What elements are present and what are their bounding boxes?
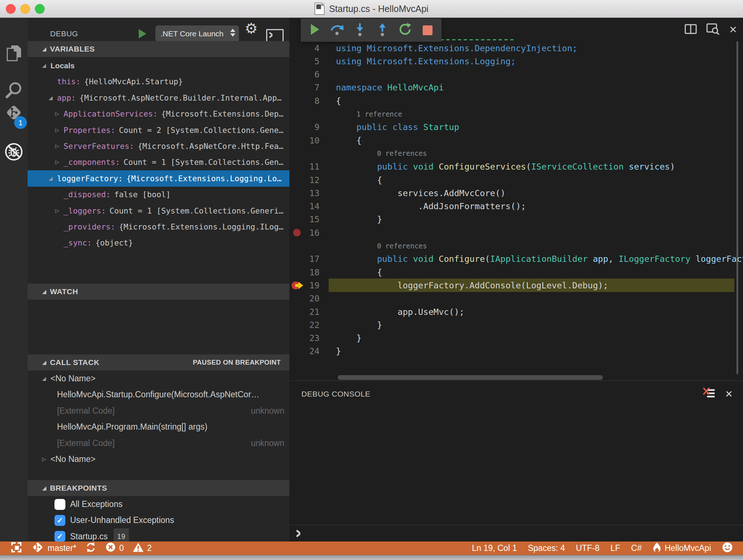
line-number[interactable]: 19 <box>306 280 320 291</box>
breakpoints-section-header[interactable]: ◢ BREAKPOINTS <box>28 480 289 496</box>
breakpoint-gutter[interactable] <box>289 41 306 55</box>
start-debug-button[interactable] <box>139 29 146 38</box>
code-line-9[interactable]: 9 public class Startup <box>289 121 743 134</box>
variable-row[interactable]: _providers:{Microsoft.Extensions.Logging… <box>28 219 290 235</box>
expanded-arrow-icon[interactable]: ◢ <box>42 57 50 74</box>
code-line-10[interactable]: 10 { <box>289 134 743 147</box>
line-number[interactable]: 10 <box>306 135 320 146</box>
variable-row[interactable]: ▷_components:Count = 1 [System.Collectio… <box>28 154 290 170</box>
call-stack-row[interactable]: [External Code]unknown0 <box>28 435 290 451</box>
line-number[interactable]: 15 <box>306 214 320 224</box>
variable-row[interactable]: ◢loggerFactory:{Microsoft.Extensions.Log… <box>28 170 290 187</box>
code-line-23[interactable]: 23 } <box>289 332 743 345</box>
breakpoint-checkbox[interactable]: ✓ <box>54 531 65 541</box>
breakpoint-gutter[interactable] <box>289 318 306 332</box>
call-stack-row[interactable]: HelloMvcApi.Startup.Configure(Microsoft.… <box>28 386 290 403</box>
variable-row[interactable]: this:{HelloMvcApi.Startup} <box>28 73 290 90</box>
line-number[interactable]: 21 <box>306 307 320 317</box>
code-line-7[interactable]: 7namespace HelloMvcApi <box>289 81 743 94</box>
code-line-4[interactable]: 4using Microsoft.Extensions.DependencyIn… <box>289 41 743 55</box>
activity-bar-item-explorer[interactable] <box>0 38 28 69</box>
code-line-6[interactable]: 6 <box>289 68 743 81</box>
line-number[interactable]: 18 <box>306 267 320 277</box>
activity-bar-item-debug-disabled[interactable] <box>0 137 28 168</box>
breakpoint-icon[interactable] <box>293 229 301 236</box>
breakpoint-gutter[interactable] <box>289 134 306 147</box>
line-number[interactable]: 13 <box>306 188 320 198</box>
collapsed-arrow-icon[interactable]: ▷ <box>55 138 64 154</box>
code-line-22[interactable]: 22 } <box>289 318 743 332</box>
status-warning[interactable]: 2 <box>133 542 152 555</box>
variable-row[interactable]: ◢app:{Microsoft.AspNetCore.Builder.Inter… <box>28 90 290 106</box>
code-line-16[interactable]: 16 <box>289 226 743 239</box>
call-stack-row[interactable]: ◢<No Name> <box>28 370 290 387</box>
code-line-12[interactable]: 12 { <box>289 173 743 187</box>
line-number[interactable]: 17 <box>306 254 320 264</box>
line-number[interactable]: 6 <box>306 69 320 80</box>
code-line-8[interactable]: 8{ <box>289 94 743 107</box>
breakpoint-gutter[interactable] <box>289 200 306 213</box>
collapsed-arrow-icon[interactable]: ▷ <box>55 154 64 170</box>
status-ln-19-col-1[interactable]: Ln 19, Col 1 <box>472 543 517 553</box>
call-stack-row[interactable]: HelloMvcApi.Program.Main(string[] args) <box>28 419 290 435</box>
line-number[interactable]: 9 <box>306 122 320 132</box>
status-sync[interactable] <box>85 541 97 555</box>
search-editor-button[interactable] <box>706 23 719 36</box>
restart-button[interactable] <box>397 22 413 38</box>
breakpoint-gutter[interactable] <box>289 305 306 318</box>
step-over-button[interactable] <box>329 22 345 38</box>
breakpoint-gutter[interactable] <box>289 121 306 134</box>
line-number[interactable]: 12 <box>306 175 320 185</box>
code-line-17[interactable]: 17 public void Configure(IApplicationBui… <box>289 252 743 266</box>
breakpoint-gutter[interactable] <box>289 252 306 266</box>
variables-section-header[interactable]: ◢ VARIABLES <box>28 41 289 57</box>
breakpoint-gutter[interactable] <box>289 345 306 358</box>
clear-console-button[interactable] <box>702 387 716 401</box>
variable-row[interactable]: _disposed:false [bool] <box>28 186 290 203</box>
status-spaces-4[interactable]: Spaces: 4 <box>528 543 565 553</box>
horizontal-scrollbar[interactable] <box>338 375 603 380</box>
status-lf[interactable]: LF <box>610 543 620 553</box>
code-line-18[interactable]: 18 { <box>289 265 743 279</box>
line-number[interactable]: 14 <box>306 201 320 211</box>
code-line-19[interactable]: 19 loggerFactory.AddConsole(LogLevel.Deb… <box>289 279 743 292</box>
launch-configuration-dropdown[interactable]: .NET Core Launch <box>155 25 239 42</box>
line-number[interactable]: 7 <box>306 82 320 93</box>
status-utf-8[interactable]: UTF-8 <box>576 543 600 553</box>
breakpoint-row[interactable]: All Exceptions <box>28 496 290 512</box>
line-number[interactable]: 5 <box>306 56 320 66</box>
line-number[interactable]: 8 <box>306 96 320 106</box>
breakpoint-gutter[interactable] <box>289 81 306 94</box>
code-line-20[interactable]: 20 <box>289 292 743 305</box>
close-button[interactable]: ✕ <box>729 25 737 35</box>
status-git-branch[interactable]: master* <box>31 541 76 556</box>
code-line-21[interactable]: 21 app.UseMvc(); <box>289 305 743 318</box>
code-line-5[interactable]: 5using Microsoft.Extensions.Logging; <box>289 54 743 68</box>
breakpoint-gutter[interactable] <box>289 292 306 305</box>
breakpoint-gutter[interactable] <box>289 160 306 174</box>
configure-gear-icon[interactable]: ⚙ <box>245 17 258 40</box>
breakpoint-row[interactable]: ✓User-Unhandled Exceptions <box>28 512 290 528</box>
collapsed-arrow-icon[interactable]: ▷ <box>55 106 64 122</box>
codelens-references[interactable]: 0 references <box>377 147 427 160</box>
collapsed-arrow-icon[interactable]: ▷ <box>55 203 64 219</box>
breakpoint-gutter[interactable] <box>289 226 306 239</box>
status-c#[interactable]: C# <box>631 543 642 553</box>
activity-bar-item-source-control[interactable]: 1 <box>0 98 28 129</box>
breakpoint-gutter[interactable] <box>289 213 306 226</box>
code-line-24[interactable]: 24} <box>289 345 743 358</box>
breakpoint-gutter[interactable] <box>289 279 306 292</box>
line-number[interactable]: 4 <box>306 43 320 53</box>
collapsed-arrow-icon[interactable]: ▷ <box>42 451 50 467</box>
status-error[interactable]: 0 <box>105 542 124 555</box>
line-number[interactable]: 22 <box>306 320 320 330</box>
variable-row[interactable]: ▷_loggers:Count = 1 [System.Collections.… <box>28 203 290 219</box>
call-stack-row[interactable]: ▷<No Name> <box>28 451 290 467</box>
variable-row[interactable]: ▷Properties:Count = 2 [System.Collection… <box>28 122 290 138</box>
stop-button[interactable] <box>419 22 435 38</box>
variable-row[interactable]: _sync:{object} <box>28 235 290 251</box>
line-number[interactable]: 20 <box>306 293 320 304</box>
variable-row[interactable]: ▷ApplicationServices:{Microsoft.Extensio… <box>28 106 290 122</box>
breakpoint-gutter[interactable] <box>289 173 306 187</box>
breakpoint-gutter[interactable] <box>289 94 306 107</box>
